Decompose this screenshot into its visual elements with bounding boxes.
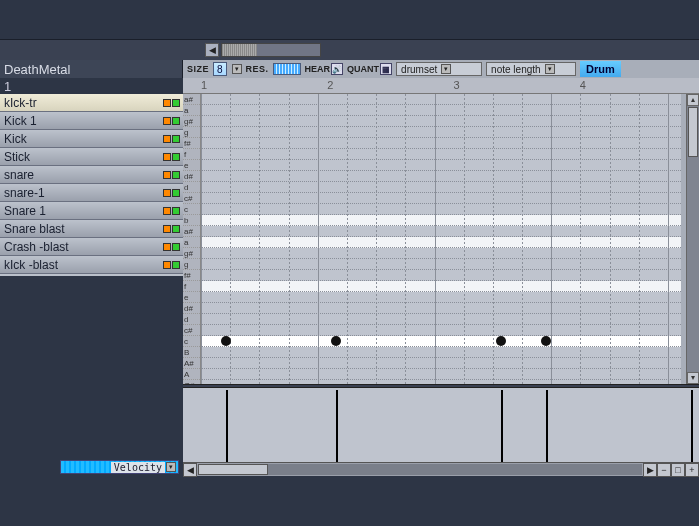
- pitch-label: c#: [183, 193, 200, 204]
- velocity-bar[interactable]: [691, 390, 693, 462]
- speaker-icon: 🔊: [331, 63, 343, 75]
- hear-toggle[interactable]: HEAR 🔊: [305, 63, 344, 75]
- left-gap: [0, 276, 183, 458]
- chevron-down-icon[interactable]: ▾: [166, 462, 176, 472]
- gridline: [405, 94, 406, 384]
- patch-name[interactable]: DeathMetal: [0, 60, 183, 78]
- zoom-in-button[interactable]: +: [685, 463, 699, 477]
- drumset-combo[interactable]: drumset ▾: [396, 62, 482, 76]
- mute-button[interactable]: [163, 225, 171, 233]
- mute-button[interactable]: [163, 189, 171, 197]
- solo-button[interactable]: [172, 189, 180, 197]
- note-event[interactable]: [221, 336, 231, 346]
- solo-button[interactable]: [172, 261, 180, 269]
- mute-button[interactable]: [163, 135, 171, 143]
- grid-icon: ▦: [380, 63, 392, 75]
- velocity-selector-row: Velocity ▾: [0, 458, 183, 476]
- vscroll-thumb[interactable]: [688, 107, 698, 157]
- solo-button[interactable]: [172, 243, 180, 251]
- pitch-label: f: [183, 149, 200, 160]
- mute-button[interactable]: [163, 153, 171, 161]
- solo-button[interactable]: [172, 135, 180, 143]
- track-row[interactable]: kIck-tr: [0, 94, 183, 112]
- hscroll-thumb[interactable]: [198, 464, 268, 475]
- pitch-label: A#: [183, 358, 200, 369]
- note-event[interactable]: [496, 336, 506, 346]
- vscroll-up-button[interactable]: ▴: [687, 94, 699, 106]
- note-event[interactable]: [331, 336, 341, 346]
- mute-button[interactable]: [163, 117, 171, 125]
- mute-button[interactable]: [163, 243, 171, 251]
- solo-button[interactable]: [172, 153, 180, 161]
- gridline: [201, 94, 202, 384]
- note-grid[interactable]: a#ag#gf#fed#dc#cba#ag#gf#fed#dc#cBA#AG#G…: [183, 94, 681, 384]
- track-name: Stick: [4, 150, 30, 164]
- size-value[interactable]: 8: [213, 62, 227, 76]
- gridline: [347, 94, 348, 384]
- track-row[interactable]: Kick 1: [0, 112, 183, 130]
- mute-button[interactable]: [163, 99, 171, 107]
- track-row[interactable]: Stick: [0, 148, 183, 166]
- size-dropdown-icon[interactable]: ▾: [232, 64, 242, 74]
- track-row[interactable]: Crash -blast: [0, 238, 183, 256]
- track-row[interactable]: Snare blast: [0, 220, 183, 238]
- pitch-label: e: [183, 292, 200, 303]
- bar-ruler[interactable]: 1234: [183, 78, 699, 94]
- velocity-bar[interactable]: [501, 390, 503, 462]
- vscroll-track[interactable]: [687, 106, 699, 372]
- bar-number: 2: [327, 79, 333, 91]
- hscroll-track[interactable]: [198, 464, 642, 475]
- solo-button[interactable]: [172, 207, 180, 215]
- mute-button[interactable]: [163, 261, 171, 269]
- gridline: [639, 94, 640, 384]
- hscroll-thumb[interactable]: [222, 44, 257, 56]
- track-name: Snare 1: [4, 204, 46, 218]
- solo-button[interactable]: [172, 225, 180, 233]
- pitch-label: g#: [183, 248, 200, 259]
- drum-mode-label[interactable]: Drum: [580, 61, 621, 77]
- velocity-pane[interactable]: [183, 388, 699, 462]
- track-buttons: [163, 207, 180, 215]
- velocity-bar[interactable]: [336, 390, 338, 462]
- res-slider[interactable]: [273, 63, 301, 75]
- quant-toggle[interactable]: QUANT ▦: [347, 63, 392, 75]
- hscroll-left-button[interactable]: ◀: [205, 43, 219, 57]
- track-row[interactable]: snare-1: [0, 184, 183, 202]
- quant-label: QUANT: [347, 64, 379, 74]
- left-panel: 1 kIck-trKick 1KickSticksnaresnare-1Snar…: [0, 78, 183, 476]
- track-row[interactable]: snare: [0, 166, 183, 184]
- track-name: Crash -blast: [4, 240, 69, 254]
- pitch-label: c: [183, 336, 200, 347]
- bar-number: 1: [201, 79, 207, 91]
- velocity-bar[interactable]: [226, 390, 228, 462]
- track-row[interactable]: kIck -blast: [0, 256, 183, 274]
- solo-button[interactable]: [172, 99, 180, 107]
- note-event[interactable]: [541, 336, 551, 346]
- velocity-selector[interactable]: Velocity ▾: [60, 460, 179, 474]
- hscroll-left-button[interactable]: ◀: [183, 463, 197, 477]
- track-row[interactable]: Snare 1: [0, 202, 183, 220]
- pitch-label: c: [183, 204, 200, 215]
- zoom-reset-button[interactable]: □: [671, 463, 685, 477]
- gridline: [551, 94, 552, 384]
- vscroll-down-button[interactable]: ▾: [687, 372, 699, 384]
- zoom-out-button[interactable]: −: [657, 463, 671, 477]
- notelength-combo[interactable]: note length ▾: [486, 62, 576, 76]
- res-label: RES.: [246, 64, 269, 74]
- size-label: SIZE: [187, 64, 209, 74]
- solo-button[interactable]: [172, 171, 180, 179]
- hscroll-right-button[interactable]: ▶: [643, 463, 657, 477]
- mute-button[interactable]: [163, 171, 171, 179]
- pitch-label: e: [183, 160, 200, 171]
- mute-button[interactable]: [163, 207, 171, 215]
- solo-button[interactable]: [172, 117, 180, 125]
- velocity-bar[interactable]: [546, 390, 548, 462]
- track-row[interactable]: Kick: [0, 130, 183, 148]
- vertical-scrollbar[interactable]: ▴ ▾: [686, 94, 699, 384]
- track-name: Kick: [4, 132, 27, 146]
- hscroll-track[interactable]: [221, 43, 321, 57]
- right-panel: 1234 a#ag#gf#fed#dc#cba#ag#gf#fed#dc#cBA…: [183, 78, 699, 476]
- pitch-label: a: [183, 237, 200, 248]
- gridline: [376, 94, 377, 384]
- main-split: 1 kIck-trKick 1KickSticksnaresnare-1Snar…: [0, 78, 699, 476]
